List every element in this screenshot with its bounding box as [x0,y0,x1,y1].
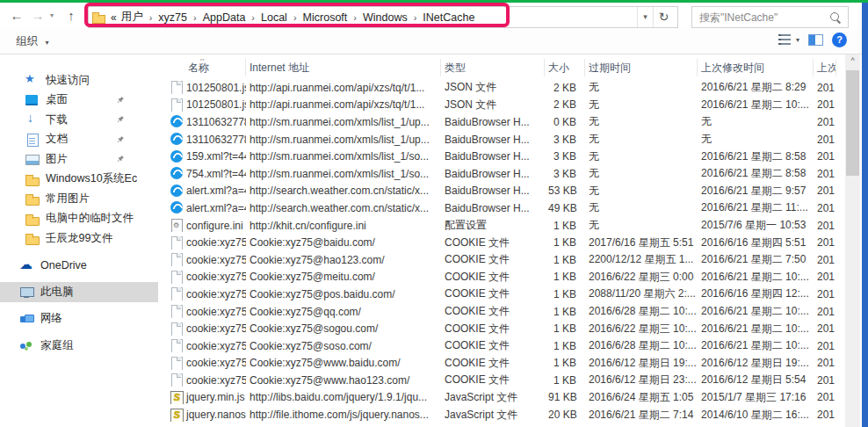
table-row[interactable]: 131106327780...http://sm.ruanmei.com/xml… [158,131,845,148]
column-header-过期时间[interactable]: 过期时间 [585,59,698,76]
column-header-上次[interactable]: 上次 [814,59,836,76]
table-row[interactable]: 101250801.jso...http://api.ruanmei.com/a… [158,97,845,114]
sidebar-item-文档[interactable]: 文档 [0,130,158,150]
size-cell: 1 KB [545,340,585,352]
breadcrumb-segment[interactable]: Windows [361,11,409,24]
size-cell: 53 KB [545,185,585,197]
table-row[interactable]: cookie:xyz75@...Cookie:xyz75@www.baidu.c… [158,355,845,373]
sidebar-item-OneDrive[interactable]: OneDrive [0,256,158,276]
type-cell: 配置设置 [441,218,545,233]
table-row[interactable]: cookie:xyz75@...Cookie:xyz75@pos.baidu.c… [158,286,845,303]
visited-cell: 201 [814,236,836,249]
table-row[interactable]: cookie:xyz75@...Cookie:xyz75@qq.com/COOK… [158,303,845,321]
address-dropdown-icon[interactable]: ▾ [637,7,653,27]
doc-file-icon [170,98,183,112]
organize-label: 组织 [16,35,38,47]
column-header-类型[interactable]: 类型 [441,59,545,76]
column-header-名称[interactable]: 名称^ [158,59,246,76]
sidebar-item-网络[interactable]: 网络 [0,309,158,329]
sort-ascending-icon: ^ [200,59,204,69]
preview-pane-icon[interactable] [808,34,823,46]
table-row[interactable]: 159.xml?t=441...http://sm.ruanmei.com/xm… [158,148,845,165]
up-button[interactable]: ↑ [61,6,81,25]
refresh-icon[interactable]: ↻ [653,7,674,27]
visited-cell: 201 [814,134,836,146]
sidebar-item-家庭组[interactable]: 家庭组 [0,336,158,356]
sidebar-item-图片[interactable]: 图片 [0,149,158,170]
column-headers: 名称^Internet 地址类型大小过期时间上次修改时间上次 [158,54,845,79]
address-bar[interactable]: «用户›xyz75›AppData›Local›Microsoft›Window… [88,6,678,28]
table-row[interactable]: 131106327780...http://sm.ruanmei.com/xml… [158,113,845,131]
doc-file-icon [170,236,183,250]
folder-icon [25,231,39,245]
file-name: cookie:xyz75@... [186,340,246,352]
column-header-上次修改时间[interactable]: 上次修改时间 [698,59,814,76]
table-row[interactable]: jquery.nanoscr...http://file.ithome.com/… [158,406,845,423]
sidebar-item-快速访问[interactable]: 快速访问 [0,70,158,90]
size-cell: 2 KB [545,98,585,111]
visited-cell: 201 [814,202,836,214]
sidebar-item-label: 此电脑 [40,285,74,300]
recent-locations-dropdown[interactable]: ▾ [46,6,58,25]
navigation-toolbar: ← → ▾ ↑ «用户›xyz75›AppData›Local›Microsof… [0,3,868,29]
visited-cell: 201 [814,409,836,421]
internet-address-cell: http://api.ruanmei.com/api/xzs/tq/t/1... [246,98,441,111]
modified-cell: 无 [698,114,814,129]
sidebar-item-下载[interactable]: 下载 [0,110,158,130]
doc-file-icon [170,339,183,352]
type-cell: COOKIE 文件 [441,286,545,301]
breadcrumb-segment[interactable]: INetCache [421,11,476,24]
column-header-大小[interactable]: 大小 [545,59,585,76]
sidebar-item-壬辰龙99文件[interactable]: 壬辰龙99文件 [0,228,158,249]
table-row[interactable]: cookie:xyz75@...Cookie:xyz75@www.hao123.… [158,372,845,389]
sidebar-item-常用图片[interactable]: 常用图片 [0,189,158,209]
breadcrumb-segment[interactable]: xyz75 [156,11,189,24]
table-row[interactable]: cookie:xyz75@...Cookie:xyz75@sogou.com/C… [158,320,845,337]
details-view-icon[interactable] [778,34,791,46]
table-row[interactable]: cookie:xyz75@...Cookie:xyz75@baidu.com/C… [158,234,845,251]
table-row[interactable]: cookie:xyz75@...Cookie:xyz75@hao123.com/… [158,251,845,269]
table-row[interactable]: configure.inihttp://khit.cn/configure.in… [158,217,845,235]
sidebar-item-此电脑[interactable]: 此电脑 [0,282,158,302]
file-name: 131106327780... [186,134,246,146]
breadcrumb-segment[interactable]: 用户 [119,10,145,25]
table-row[interactable]: alert.xml?a=47...http://search.weather.c… [158,199,845,217]
visited-cell: 201 [814,357,836,369]
file-name-cell: 159.xml?t=441... [158,150,246,163]
internet-address-cell: http://sm.ruanmei.com/xmls/list_1/up... [246,134,441,146]
file-name: 101250801.jso... [186,98,246,111]
size-cell: 1 KB [545,288,585,300]
views-dropdown-icon[interactable]: ▾ [796,36,799,44]
type-cell: JavaScript 文件 [441,408,545,423]
search-icon[interactable] [828,11,843,25]
help-icon[interactable]: ? [832,33,847,47]
sidebar-item-Windows10系统Ec[interactable]: Windows10系统Ec [0,170,158,190]
file-name: cookie:xyz75@... [186,306,246,318]
modified-cell: 2016/6/21 星期二 8:29 [698,80,814,95]
table-row[interactable]: 754.xml?t=441...http://sm.ruanmei.com/xm… [158,165,845,183]
column-header-Internet 地址[interactable]: Internet 地址 [246,59,441,76]
breadcrumb-segment[interactable]: AppData [201,11,248,24]
table-row[interactable]: alert.xml?a=43...http://search.weather.c… [158,183,845,200]
expires-cell: 2016/6/28 星期二 10:... [585,304,698,319]
table-row[interactable]: 101250801.jso...http://api.ruanmei.com/a… [158,79,845,97]
breadcrumb-overflow-chevron[interactable]: « [106,11,119,24]
scrollbar-thumb[interactable] [846,70,859,176]
table-row[interactable]: cookie:xyz75@...Cookie:xyz75@soso.com/CO… [158,337,845,355]
expires-cell: 2016/6/28 星期二 10:... [585,338,698,353]
forward-button[interactable]: → [28,6,47,25]
vertical-scrollbar[interactable]: ^ [845,54,860,427]
table-row[interactable]: cookie:xyz75@...Cookie:xyz75@meitu.com/C… [158,269,845,286]
breadcrumb-segment[interactable]: Microsoft [301,11,350,24]
sidebar-item-电脑中的临时文件[interactable]: 电脑中的临时文件 [0,209,158,229]
star-icon [25,73,39,87]
search-input[interactable] [692,11,828,24]
sidebar-item-桌面[interactable]: 桌面 [0,90,158,111]
back-button[interactable]: ← [7,6,26,25]
table-row[interactable]: jquery.min.jshttp://libs.baidu.com/jquer… [158,389,845,407]
internet-address-cell: Cookie:xyz75@pos.baidu.com/ [246,288,441,300]
scroll-up-arrow[interactable]: ^ [845,54,860,69]
breadcrumb-separator-icon: › [409,12,422,23]
breadcrumb-segment[interactable]: Local [259,11,289,24]
organize-button[interactable]: 组织 ▾ [16,34,49,49]
